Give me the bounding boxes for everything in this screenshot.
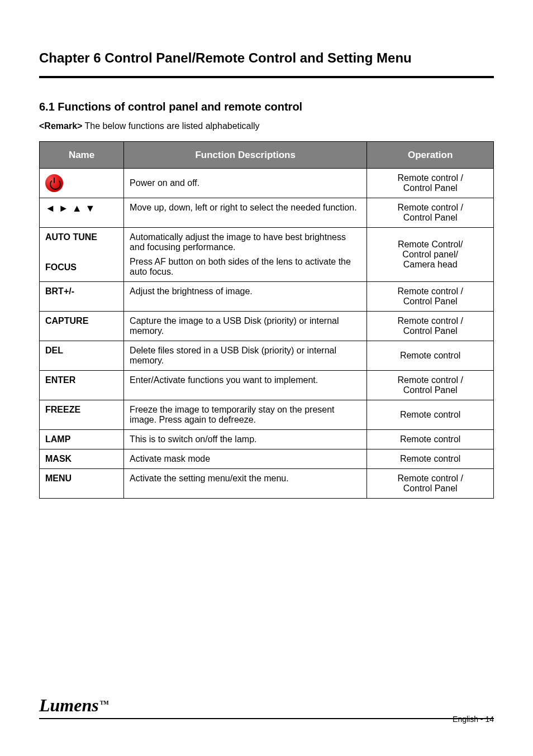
footer-rule (39, 718, 494, 719)
desc-text: Power on and off. (130, 178, 361, 188)
desc-text: Activate the setting menu/exit the menu. (130, 473, 361, 484)
cell-desc: Automatically adjust the image to have b… (124, 228, 367, 282)
sub-label-text: FOCUS (45, 262, 118, 272)
cell-name: FREEZE (40, 400, 124, 430)
label-text: BRT+/- (45, 286, 118, 296)
desc-text: Automatically adjust the image to have b… (130, 232, 361, 252)
page-footer: LumensTM English - 14 (39, 695, 494, 722)
desc-text: Move up, down, left or right to select t… (130, 203, 361, 213)
cell-desc: Adjust the brightness of image. (124, 282, 367, 312)
page-number: English - 14 (453, 715, 494, 724)
label-text: FREEZE (45, 405, 118, 415)
th-desc: Function Descriptions (124, 142, 367, 169)
chapter-rule (39, 76, 494, 78)
cell-op: Remote control (367, 449, 494, 469)
label-text: MASK (45, 454, 118, 464)
cell-name: BRT+/- (40, 282, 124, 312)
arrow-up-icon: ▲ (72, 203, 82, 214)
cell-desc: Power on and off. (124, 169, 367, 198)
label-text: DEL (45, 346, 118, 356)
tm-mark: TM (100, 700, 109, 706)
cell-name: DEL (40, 341, 124, 371)
cell-icon (40, 169, 124, 198)
cell-desc: Freeze the image to temporarily stay on … (124, 400, 367, 430)
table-row: Power on and off. Remote control / Contr… (40, 169, 494, 198)
arrow-left-icon: ◄ (45, 203, 55, 214)
functions-table: Name Function Descriptions Operation Pow… (39, 141, 494, 499)
th-op: Operation (367, 142, 494, 169)
chapter-title: Chapter 6 Control Panel/Remote Control a… (39, 50, 494, 66)
cell-name: ENTER (40, 371, 124, 400)
note: <Remark> The below functions are listed … (39, 121, 494, 131)
table-row: CAPTURE Capture the image to a USB Disk … (40, 312, 494, 341)
cell-desc: Activate the setting menu/exit the menu. (124, 469, 367, 499)
arrow-down-icon: ▼ (85, 203, 95, 214)
table-row: ◄ ► ▲ ▼ Move up, down, left or right to … (40, 198, 494, 228)
desc-text: Freeze the image to temporarily stay on … (130, 405, 361, 425)
desc-text: Adjust the brightness of image. (130, 286, 361, 296)
cell-desc: Enter/Activate functions you want to imp… (124, 371, 367, 400)
lumens-logo: LumensTM (39, 695, 109, 716)
table-row: AUTO TUNE FOCUS Automatically adjust the… (40, 228, 494, 282)
table-row: ENTER Enter/Activate functions you want … (40, 371, 494, 400)
table-row: DEL Delete files stored in a USB Disk (p… (40, 341, 494, 371)
cell-name: AUTO TUNE FOCUS (40, 228, 124, 282)
table-row: LAMP This is to switch on/off the lamp. … (40, 430, 494, 449)
cell-name: MASK (40, 449, 124, 469)
page-label: English - (453, 715, 485, 724)
label-text: LAMP (45, 434, 118, 444)
cell-desc: Capture the image to a USB Disk (priorit… (124, 312, 367, 341)
table-row: FREEZE Freeze the image to temporarily s… (40, 400, 494, 430)
cell-op: Remote Control/ Control panel/ Camera he… (367, 228, 494, 282)
cell-name: LAMP (40, 430, 124, 449)
cell-op: Remote control / Control Panel (367, 282, 494, 312)
cell-op: Remote control / Control Panel (367, 371, 494, 400)
sub-desc-text: Press AF button on both sides of the len… (130, 257, 361, 277)
cell-icon: ◄ ► ▲ ▼ (40, 198, 124, 228)
page-num-value: 14 (485, 715, 494, 724)
cell-op: Remote control / Control Panel (367, 312, 494, 341)
desc-text: Enter/Activate functions you want to imp… (130, 375, 361, 385)
cell-desc: Activate mask mode (124, 449, 367, 469)
cell-op: Remote control (367, 430, 494, 449)
label-text: CAPTURE (45, 316, 118, 326)
th-name: Name (40, 142, 124, 169)
cell-name: MENU (40, 469, 124, 499)
table-row: BRT+/- Adjust the brightness of image. R… (40, 282, 494, 312)
arrow-right-icon: ► (59, 203, 69, 214)
label-text: AUTO TUNE (45, 232, 118, 242)
power-icon (45, 174, 63, 192)
spacer (130, 252, 361, 257)
arrow-icons: ◄ ► ▲ ▼ (45, 203, 95, 214)
label-text: ENTER (45, 375, 118, 385)
table-row: MASK Activate mask mode Remote control (40, 449, 494, 469)
section-title: 6.1 Functions of control panel and remot… (39, 101, 494, 113)
desc-text: Capture the image to a USB Disk (priorit… (130, 316, 361, 336)
cell-op: Remote control / Control Panel (367, 169, 494, 198)
cell-desc: This is to switch on/off the lamp. (124, 430, 367, 449)
desc-text: Activate mask mode (130, 454, 361, 464)
cell-op: Remote control (367, 400, 494, 430)
table-row: MENU Activate the setting menu/exit the … (40, 469, 494, 499)
cell-op: Remote control / Control Panel (367, 469, 494, 499)
desc-text: This is to switch on/off the lamp. (130, 434, 361, 444)
label-text: MENU (45, 473, 118, 484)
cell-name: CAPTURE (40, 312, 124, 341)
cell-desc: Delete files stored in a USB Disk (prior… (124, 341, 367, 371)
cell-desc: Move up, down, left or right to select t… (124, 198, 367, 228)
cell-op: Remote control / Control Panel (367, 198, 494, 228)
note-text: The below functions are listed alphabeti… (82, 121, 259, 131)
table-header-row: Name Function Descriptions Operation (40, 142, 494, 169)
desc-text: Delete files stored in a USB Disk (prior… (130, 346, 361, 366)
note-prefix: <Remark> (39, 121, 82, 131)
cell-op: Remote control (367, 341, 494, 371)
